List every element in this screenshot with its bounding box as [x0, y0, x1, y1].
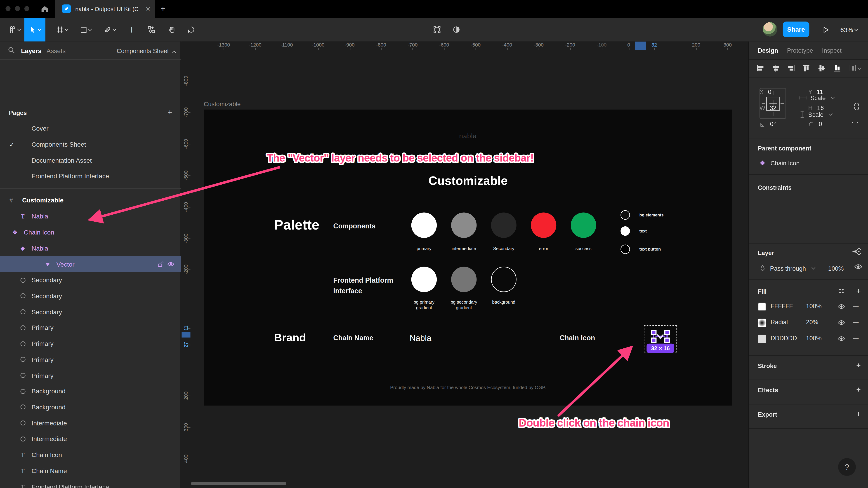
align-right-button[interactable] [787, 65, 795, 72]
layer-row-vector[interactable]: Vector [0, 256, 181, 272]
new-tab-button[interactable]: + [160, 4, 165, 13]
fill-opacity-value[interactable]: 100% [806, 335, 822, 341]
help-button[interactable]: ? [838, 458, 856, 476]
more-options-button[interactable]: ··· [851, 119, 859, 125]
layer-row-primary[interactable]: Primary [0, 336, 181, 352]
vertical-constraint-select[interactable]: Scale [800, 111, 832, 118]
sidebar-item-page[interactable]: Cover [0, 121, 181, 136]
layer-visibility-toggle[interactable] [854, 264, 863, 269]
shape-tool-button[interactable] [75, 18, 97, 41]
fpi-circle-2[interactable] [451, 267, 477, 292]
remove-fill-button[interactable]: — [853, 303, 859, 309]
main-menu-button[interactable] [4, 18, 24, 41]
layer-row-intermediate[interactable]: Intermediate [0, 415, 181, 431]
palette-circle-error[interactable] [531, 213, 557, 238]
palette-circle-success[interactable] [571, 213, 596, 238]
hand-tool-button[interactable] [163, 18, 180, 41]
layer-row-primary[interactable]: Primary [0, 352, 181, 367]
mini-circle-text-button[interactable] [620, 245, 630, 254]
layer-row-nabla[interactable]: ◆Nabla [0, 240, 181, 256]
layer-row-secondary[interactable]: Secondary [0, 272, 181, 288]
layer-row-secondary[interactable]: Secondary [0, 304, 181, 320]
layer-row-primary[interactable]: Primary [0, 367, 181, 383]
tab-inspect[interactable]: Inspect [822, 47, 842, 54]
add-page-button[interactable]: + [168, 108, 172, 117]
fill-hex-value[interactable]: Radial [771, 319, 788, 325]
tab-layers[interactable]: Layers [21, 41, 41, 60]
add-stroke-button[interactable]: + [856, 361, 861, 369]
layer-row-chain-icon[interactable]: ❖Chain Icon [0, 225, 181, 240]
fill-swatch[interactable] [758, 335, 766, 343]
mini-circle-text[interactable] [620, 226, 630, 236]
layer-row-background[interactable]: Background [0, 383, 181, 399]
sidebar-item-page[interactable]: Documentation Asset [0, 152, 181, 168]
rotation-field[interactable]: 0° [760, 121, 776, 127]
parent-component-row[interactable]: ❖ Chain Icon [760, 159, 800, 167]
height-field[interactable]: H16 [808, 105, 824, 111]
canvas-viewport[interactable]: -1300-1200-1100-1000-900-800-700-600-500… [182, 41, 748, 488]
expand-triangle-icon[interactable] [43, 256, 51, 272]
layer-row-chain-icon[interactable]: TChain Icon [0, 447, 181, 463]
window-zoom-button[interactable] [24, 6, 29, 11]
layer-mask-icon[interactable] [852, 248, 861, 255]
sidebar-item-page[interactable]: Frontend Platform Interface [0, 168, 181, 184]
fill-swatch[interactable] [758, 319, 766, 327]
remove-fill-button[interactable]: — [853, 319, 859, 325]
fill-opacity-value[interactable]: 100% [806, 303, 822, 309]
present-button[interactable] [818, 18, 834, 41]
fill-styles-icon[interactable] [839, 288, 844, 294]
fill-hex-value[interactable]: FFFFFF [771, 303, 793, 309]
add-export-button[interactable]: + [856, 410, 861, 418]
window-close-button[interactable] [5, 6, 10, 11]
pen-tool-button[interactable] [98, 18, 121, 41]
tab-prototype[interactable]: Prototype [787, 47, 813, 54]
distribute-menu-button[interactable] [849, 65, 861, 72]
add-effect-button[interactable]: + [856, 385, 861, 394]
window-minimize-button[interactable] [15, 6, 20, 11]
tab-assets[interactable]: Assets [46, 41, 66, 60]
search-icon[interactable] [8, 46, 15, 54]
remove-fill-button[interactable]: — [853, 335, 859, 341]
tab-close-icon[interactable]: ✕ [146, 5, 151, 12]
zoom-menu[interactable]: 63% [840, 18, 858, 41]
fpi-circle-3[interactable] [491, 267, 517, 292]
corner-radius-field[interactable]: 0 [808, 121, 822, 127]
layer-row-secondary[interactable]: Secondary [0, 288, 181, 304]
layer-row-intermediate[interactable]: Intermediate [0, 431, 181, 447]
align-top-button[interactable] [803, 65, 810, 72]
layer-row-nabla[interactable]: TNabla [0, 208, 181, 224]
edit-object-button[interactable] [429, 18, 445, 41]
fill-visibility-toggle[interactable] [837, 304, 845, 309]
user-avatar[interactable] [763, 22, 777, 37]
fill-visibility-toggle[interactable] [837, 336, 845, 341]
layer-row-background[interactable]: Background [0, 399, 181, 415]
blend-mode-select[interactable]: Pass through [760, 265, 815, 272]
palette-circle-intermediate[interactable] [451, 213, 477, 238]
unlock-icon[interactable] [158, 261, 163, 267]
mini-circle-bg-elements[interactable] [620, 210, 630, 220]
fill-opacity-value[interactable]: 20% [806, 319, 818, 325]
palette-circle-secondary[interactable] [491, 213, 517, 238]
fill-hex-value[interactable]: DDDDDD [771, 335, 797, 341]
add-fill-button[interactable]: + [856, 287, 861, 295]
frame-name-label[interactable]: Customizable [204, 101, 241, 107]
fpi-circle-1[interactable] [411, 267, 437, 292]
constraints-widget[interactable] [760, 88, 786, 119]
share-button[interactable]: Share [783, 22, 809, 37]
mask-button[interactable] [448, 18, 464, 41]
comment-tool-button[interactable] [183, 18, 199, 41]
constrain-proportions-toggle[interactable] [854, 103, 860, 110]
palette-circle-primary[interactable] [411, 213, 437, 238]
layer-opacity-value[interactable]: 100% [828, 265, 844, 271]
align-vertical-center-button[interactable] [818, 65, 826, 72]
visibility-icon[interactable] [167, 262, 175, 267]
y-field[interactable]: Y11 [808, 89, 823, 95]
sidebar-item-customizable-frame[interactable]: # Customizable [0, 193, 181, 208]
align-left-button[interactable] [757, 65, 764, 72]
resources-tool-button[interactable] [143, 18, 159, 41]
frame-tool-button[interactable] [51, 18, 73, 41]
sidebar-item-page[interactable]: ✓Components Sheet [0, 136, 181, 152]
align-horizontal-center-button[interactable] [772, 65, 779, 72]
horizontal-scrollbar[interactable] [191, 482, 286, 485]
fill-visibility-toggle[interactable] [837, 320, 845, 325]
